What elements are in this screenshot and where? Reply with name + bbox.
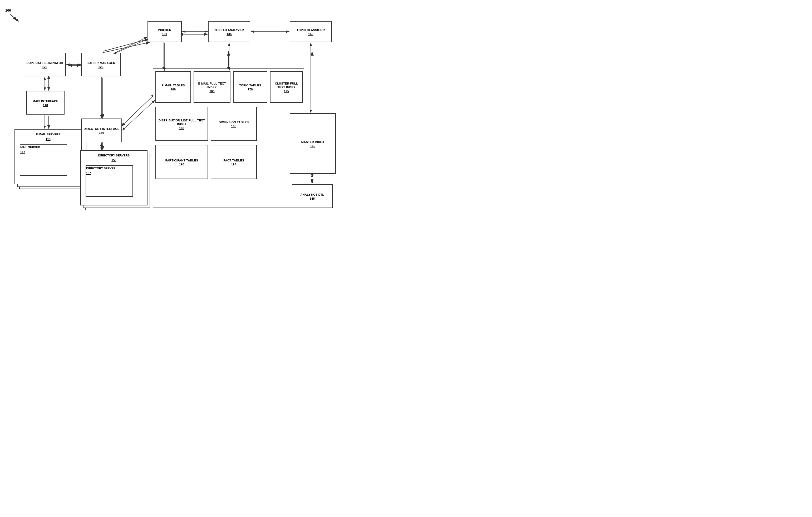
dimension-tables-ref: 185 <box>231 124 236 128</box>
topic-classifier-box: TOPIC CLASSIFIER 140 <box>290 21 332 42</box>
fact-tables-label: FACT TABLES <box>223 159 244 162</box>
architecture-diagram: 100 <box>0 0 369 237</box>
master-index-ref: 105 <box>310 144 315 147</box>
buffer-manager-box: BUFFER MANAGER 125 <box>81 53 121 76</box>
directory-servers-box: DIRECTORY SERVERS 155 DIRECTORY SERVER 1… <box>80 150 147 205</box>
svg-line-22 <box>115 37 147 53</box>
email-tables-ref: 160 <box>171 88 176 91</box>
indexer-label: INDEXER <box>158 28 171 32</box>
svg-line-6 <box>103 42 150 53</box>
participant-tables-box: PARTICIPANT TABLES 190 <box>155 145 208 179</box>
fact-tables-ref: 195 <box>231 163 236 166</box>
distribution-list-label: DISTRIBUTION LIST FULL TEXT INDEX <box>157 118 206 126</box>
email-servers-ref: 115 <box>46 138 50 141</box>
topic-classifier-label: TOPIC CLASSIFIER <box>296 28 325 32</box>
topic-tables-box: TOPIC TABLES 170 <box>233 71 267 103</box>
directory-server-label: DIRECTORY SERVER <box>86 167 116 170</box>
fact-tables-box: FACT TABLES 195 <box>211 145 257 179</box>
mail-server-box: MAIL SERVER 117 <box>20 144 67 176</box>
cluster-full-text-ref: 175 <box>284 90 289 93</box>
email-full-text-ref: 165 <box>209 90 214 93</box>
email-full-text-label: E-MAIL FULL TEXT INDEX <box>195 82 229 89</box>
buffer-manager-ref: 125 <box>98 65 103 68</box>
directory-interface-ref: 150 <box>99 131 104 134</box>
analytics-etl-label: ANALYTICS ETL <box>300 193 324 197</box>
thread-analyzer-label: THREAD ANALYZER <box>214 28 244 32</box>
thread-analyzer-box: THREAD ANALYZER 135 <box>208 21 250 42</box>
directory-servers-label: DIRECTORY SERVERS <box>98 154 129 157</box>
svg-line-33 <box>122 100 155 131</box>
mail-server-label: MAIL SERVER <box>20 146 40 149</box>
directory-servers-ref: 155 <box>111 159 116 162</box>
dimension-tables-label: DIMENSION TABLES <box>219 120 249 124</box>
duplicate-eliminator-box: DUPLICATE ELIMINATOR 120 <box>24 53 66 76</box>
directory-server-box: DIRECTORY SERVER 157 <box>86 165 133 197</box>
email-tables-box: E-MAIL TABLES 160 <box>155 71 191 103</box>
directory-interface-box: DIRECTORY INTERFACE 150 <box>81 118 122 142</box>
directory-server-ref: 157 <box>86 171 91 175</box>
svg-line-20 <box>10 15 19 22</box>
email-servers-label: E-MAIL SERVERS <box>36 133 60 136</box>
mapi-interface-label: MAPI INTERFACE <box>33 99 58 103</box>
dimension-tables-box: DIMENSION TABLES 185 <box>211 107 257 141</box>
svg-line-4 <box>10 14 17 21</box>
svg-line-23 <box>113 39 148 54</box>
distribution-list-box: DISTRIBUTION LIST FULL TEXT INDEX 180 <box>155 107 208 141</box>
topic-tables-label: TOPIC TABLES <box>239 84 261 87</box>
buffer-manager-label: BUFFER MANAGER <box>86 61 115 65</box>
master-index-label: MASTER INDEX <box>301 140 324 144</box>
topic-tables-ref: 170 <box>248 88 253 91</box>
duplicate-eliminator-ref: 120 <box>42 65 47 68</box>
email-servers-box: E-MAIL SERVERS 115 MAIL SERVER 117 <box>14 129 82 184</box>
analytics-etl-box: ANALYTICS ETL 145 <box>292 184 332 208</box>
indexer-box: INDEXER 130 <box>147 21 182 42</box>
duplicate-eliminator-label: DUPLICATE ELIMINATOR <box>26 61 63 65</box>
analytics-etl-ref: 145 <box>310 197 315 200</box>
indexer-ref: 130 <box>162 32 167 35</box>
cluster-full-text-label: CLUSTER FULL TEXT INDEX <box>271 82 301 89</box>
thread-analyzer-ref: 135 <box>227 32 232 35</box>
email-full-text-box: E-MAIL FULL TEXT INDEX 165 <box>194 71 230 103</box>
diagram-label: 100 <box>5 8 11 12</box>
mapi-interface-ref: 110 <box>43 104 48 107</box>
directory-interface-label: DIRECTORY INTERFACE <box>84 127 120 131</box>
cluster-full-text-box: CLUSTER FULL TEXT INDEX 175 <box>270 71 303 103</box>
mail-server-ref: 117 <box>20 150 25 153</box>
svg-line-16 <box>121 93 155 126</box>
svg-line-7 <box>103 39 149 51</box>
email-tables-label: E-MAIL TABLES <box>162 84 185 87</box>
participant-tables-ref: 190 <box>179 163 184 166</box>
topic-classifier-ref: 140 <box>308 32 313 35</box>
master-index-box: MASTER INDEX 105 <box>290 113 336 174</box>
distribution-list-ref: 180 <box>179 126 184 130</box>
participant-tables-label: PARTICIPANT TABLES <box>166 159 198 162</box>
mapi-interface-box: MAPI INTERFACE 110 <box>26 91 64 115</box>
